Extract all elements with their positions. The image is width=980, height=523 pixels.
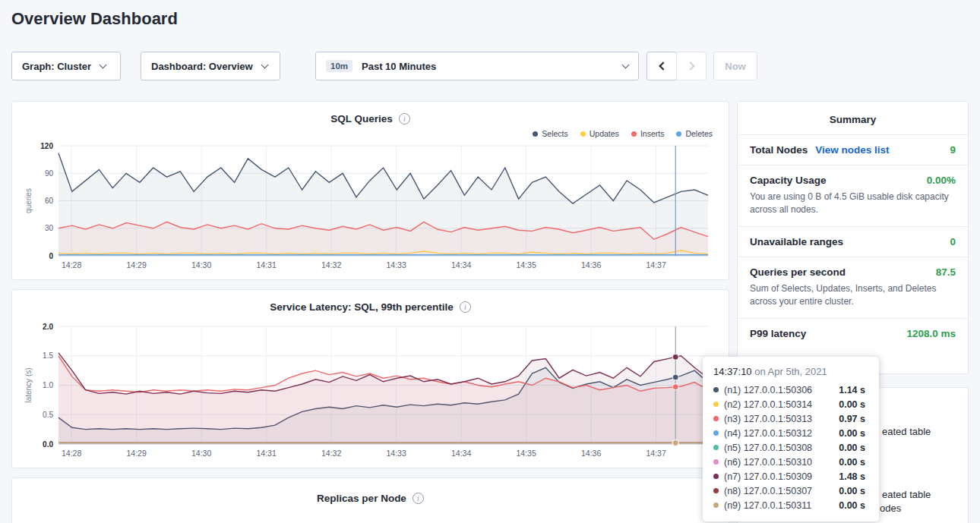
view-nodes-list-link[interactable]: View nodes list [815, 144, 889, 156]
summary-row-total-nodes: Total Nodes View nodes list 9 [738, 134, 968, 165]
summary-row-capacity-usage: Capacity Usage 0.00% You are using 0 B o… [738, 165, 968, 226]
graph-dropdown-label: Graph: Cluster [22, 61, 91, 72]
p99-latency-value: 1208.0 ms [906, 328, 956, 339]
svg-text:queries: queries [24, 188, 33, 213]
svg-text:1.5: 1.5 [43, 351, 53, 360]
replicas-per-node-card: Replicas per Node i [11, 477, 729, 523]
summary-row-unavailable-ranges: Unavailable ranges 0 [738, 226, 968, 257]
summary-row-p99-latency: P99 latency 1208.0 ms [738, 318, 968, 348]
node-color-dot-icon [713, 416, 719, 421]
event-item: eated table [882, 426, 931, 437]
svg-text:14:29: 14:29 [126, 449, 146, 458]
legend-item[interactable]: Selects [533, 129, 567, 138]
queries-per-second-subtext: Sum of Selects, Updates, Inserts, and De… [750, 282, 956, 309]
tooltip-node-value: 0.00 s [839, 486, 868, 496]
svg-text:0.0: 0.0 [43, 440, 53, 449]
tooltip-rows: (n1) 127.0.0.1:503061.14 s(n2) 127.0.0.1… [713, 383, 868, 512]
tooltip-node-value: 0.00 s [839, 443, 868, 453]
svg-text:14:30: 14:30 [191, 449, 211, 458]
svg-text:14:28: 14:28 [62, 449, 81, 458]
service-latency-chart[interactable]: 14:2814:2914:3014:3114:3214:3314:3414:35… [24, 320, 719, 461]
tooltip-time: 14:37:10 [713, 366, 752, 377]
svg-text:60: 60 [45, 197, 54, 205]
legend-dot-icon [631, 131, 637, 137]
tooltip-row: (n8) 127.0.0.1:503070.00 s [713, 484, 868, 498]
tooltip-row: (n1) 127.0.0.1:503061.14 s [713, 383, 868, 397]
svg-text:latency (s): latency (s) [24, 367, 33, 402]
legend-item[interactable]: Deletes [676, 129, 713, 138]
summary-row-queries-per-second: Queries per second 87.5 Sum of Selects, … [738, 257, 968, 318]
event-item: eated table [882, 489, 931, 500]
summary-title: Summary [738, 102, 968, 134]
info-icon[interactable]: i [413, 493, 424, 504]
time-prev-button[interactable] [646, 52, 677, 80]
tooltip-row: (n2) 127.0.0.1:503140.00 s [713, 397, 868, 411]
svg-text:14:36: 14:36 [581, 449, 601, 458]
tooltip-node-label: (n2) 127.0.0.1:50314 [724, 399, 812, 410]
svg-text:14:36: 14:36 [581, 260, 601, 269]
capacity-usage-label: Capacity Usage [750, 175, 827, 186]
graph-dropdown[interactable]: Graph: Cluster [11, 52, 121, 80]
summary-panel: Summary Total Nodes View nodes list 9 Ca… [737, 101, 969, 374]
legend-dot-icon [676, 131, 681, 137]
info-icon[interactable]: i [460, 301, 471, 313]
chevron-down-icon [100, 61, 107, 68]
svg-text:14:31: 14:31 [256, 449, 276, 458]
node-color-dot-icon [713, 474, 719, 479]
svg-text:1.0: 1.0 [43, 381, 53, 389]
tooltip-node-value: 0.00 s [839, 428, 868, 439]
tooltip-node-label: (n7) 127.0.0.1:50309 [724, 471, 812, 482]
svg-text:0: 0 [49, 252, 53, 260]
capacity-usage-value: 0.00% [927, 175, 956, 186]
chart-title: Service Latency: SQL, 99th percentile [270, 301, 454, 313]
node-color-dot-icon [713, 459, 719, 465]
unavailable-ranges-label: Unavailable ranges [750, 236, 843, 247]
node-color-dot-icon [713, 445, 719, 450]
dashboard-dropdown[interactable]: Dashboard: Overview [141, 52, 280, 80]
svg-text:90: 90 [45, 169, 54, 178]
svg-text:14:32: 14:32 [321, 260, 341, 269]
time-range-label: Past 10 Minutes [362, 61, 436, 72]
capacity-usage-subtext: You are using 0 B of 4.5 GiB usable disk… [750, 191, 956, 217]
time-range-dropdown[interactable]: 10m Past 10 Minutes [315, 52, 639, 80]
svg-text:14:33: 14:33 [386, 449, 406, 458]
svg-text:120: 120 [40, 142, 53, 150]
sql-queries-chart[interactable]: 14:2814:2914:3014:3114:3214:3314:3414:35… [24, 140, 719, 273]
info-icon[interactable]: i [399, 113, 410, 124]
time-next-button-disabled[interactable] [676, 52, 707, 80]
svg-text:14:30: 14:30 [191, 260, 211, 269]
chart-title: SQL Queries [330, 113, 393, 124]
svg-text:14:28: 14:28 [62, 260, 81, 269]
legend-item[interactable]: Inserts [631, 129, 665, 138]
tooltip-node-value: 0.00 s [839, 500, 868, 511]
tooltip-node-label: (n6) 127.0.0.1:50310 [724, 457, 812, 468]
legend-dot-icon [533, 131, 538, 137]
queries-per-second-label: Queries per second [750, 266, 846, 278]
tooltip-row: (n3) 127.0.0.1:503130.97 s [713, 411, 868, 426]
tooltip-node-label: (n8) 127.0.0.1:50307 [724, 486, 812, 496]
tooltip-node-value: 1.14 s [839, 385, 868, 395]
chevron-right-icon [686, 61, 694, 70]
chevron-down-icon [261, 61, 268, 68]
queries-per-second-value: 87.5 [936, 266, 956, 278]
tooltip-row: (n7) 127.0.0.1:503091.48 s [713, 469, 868, 484]
now-button-disabled[interactable]: Now [713, 52, 757, 80]
tooltip-node-value: 1.48 s [839, 471, 868, 482]
sql-queries-legend: SelectsUpdatesInsertsDeletes [24, 128, 717, 140]
page-title: Overview Dashboard [11, 9, 178, 29]
svg-text:14:32: 14:32 [321, 449, 341, 458]
svg-text:14:34: 14:34 [451, 449, 471, 458]
legend-label: Inserts [640, 129, 665, 138]
tooltip-node-label: (n4) 127.0.0.1:50312 [724, 428, 812, 439]
legend-label: Deletes [685, 129, 713, 138]
node-color-dot-icon [713, 503, 719, 508]
svg-text:14:29: 14:29 [126, 260, 146, 269]
chevron-down-icon [622, 61, 630, 68]
legend-dot-icon [580, 131, 586, 137]
dashboard-dropdown-label: Dashboard: Overview [151, 61, 253, 72]
legend-item[interactable]: Updates [580, 129, 619, 138]
tooltip-row: (n9) 127.0.0.1:503110.00 s [713, 498, 868, 512]
total-nodes-label: Total Nodes [750, 144, 808, 156]
legend-label: Selects [542, 129, 567, 138]
tooltip-header: 14:37:10 on Apr 5th, 2021 [713, 366, 868, 377]
